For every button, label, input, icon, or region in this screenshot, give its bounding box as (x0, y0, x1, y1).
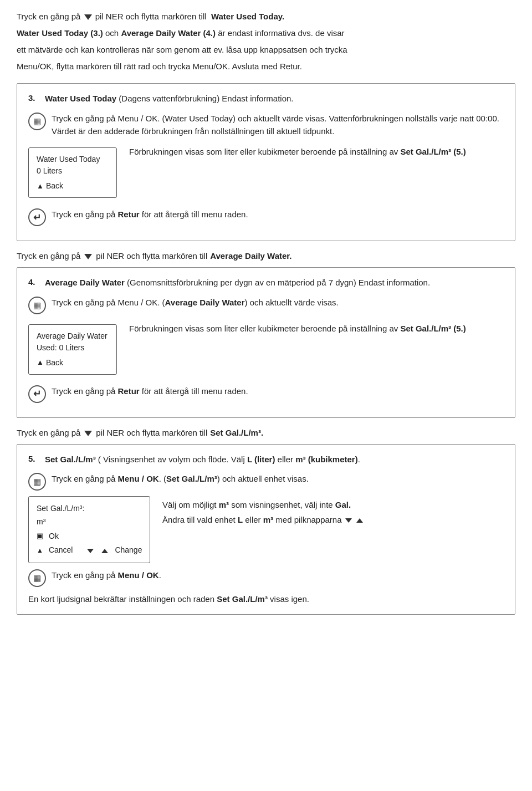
section-3-title: Water Used Today (Dagens vattenförbrukni… (45, 93, 294, 105)
section-3-step1: Tryck en gång på Menu / OK. (Water Used … (28, 112, 504, 138)
section-4-number: 4. (28, 277, 45, 287)
section-3-back: ▲ Back (37, 180, 109, 192)
section-4-display-desc: Förbrukningen visas som liter eller kubi… (129, 320, 466, 335)
section-5-step1: Tryck en gång på Menu / OK. (Set Gal./L/… (28, 472, 504, 491)
intro-line1: Tryck en gång på pil NER och flytta mark… (17, 10, 515, 23)
section-5-cancel-row: ▲ Cancel Change (37, 544, 142, 557)
section-3-display-box: Water Used Today 0 Liters ▲ Back (28, 147, 117, 198)
section-3-display-line1: Water Used Today 0 Liters (37, 154, 109, 177)
section-5-ok-cancel: ▣ Ok (37, 530, 142, 543)
menu-icon (28, 113, 46, 130)
section-3-step1-text: Tryck en gång på Menu / OK. (Water Used … (52, 112, 504, 138)
intro-block: Tryck en gång på pil NER och flytta mark… (17, 10, 515, 73)
section-4-header: 4. Average Daily Water (Genomsnittsförbr… (28, 277, 504, 289)
section-5-last: En kort ljudsignal bekräftar inställning… (28, 593, 504, 605)
arrow-down-icon (83, 12, 93, 21)
section-5-display-row: Set Gal./L/m³: m³ ▣ Ok ▲ Cancel Change V… (28, 496, 504, 563)
back-icon-4: ▲ (37, 357, 44, 368)
arrow-up-icon-small (100, 544, 109, 557)
section-3-display-row: Water Used Today 0 Liters ▲ Back Förbruk… (28, 143, 504, 202)
menu-icon-5b (28, 569, 46, 587)
section-5-header: 5. Set Gal./L/m³ ( Visningsenhet av voly… (28, 453, 504, 466)
section-5-step1-text: Tryck en gång på Menu / OK. (Set Gal./L/… (52, 472, 309, 485)
section-4-display-row: Average Daily Water Used: 0 Liters ▲ Bac… (28, 320, 504, 379)
back-icon: ▲ (37, 181, 44, 192)
arrow-down-icon-2 (83, 251, 93, 261)
between-3-4: Tryck en gång på pil NER och flytta mark… (17, 251, 515, 261)
cancel-icon: ▲ (37, 545, 43, 556)
section-3-step2-text: Tryck en gång på Retur för att återgå ti… (52, 208, 248, 221)
section-3-step2: Tryck en gång på Retur för att återgå ti… (28, 208, 504, 226)
ok-icon: ▣ (37, 530, 43, 542)
return-icon (28, 208, 46, 226)
between-4-5: Tryck en gång på pil NER och flytta mark… (17, 428, 515, 437)
section-4-title: Average Daily Water (Genomsnittsförbrukn… (45, 277, 430, 289)
menu-icon-4 (28, 297, 46, 314)
section-5-box: 5. Set Gal./L/m³ ( Visningsenhet av voly… (17, 444, 515, 615)
section-4-step1-text: Tryck en gång på Menu / OK. (Average Dai… (52, 296, 339, 309)
section-4-display-box: Average Daily Water Used: 0 Liters ▲ Bac… (28, 324, 117, 375)
intro-line2: Water Used Today (3.) och Average Daily … (17, 27, 515, 40)
menu-icon-5 (28, 473, 46, 491)
intro-line4: Menu/OK, flytta markören till rätt rad o… (17, 60, 515, 73)
section-3-box: 3. Water Used Today (Dagens vattenförbru… (17, 83, 515, 241)
section-4-step1: Tryck en gång på Menu / OK. (Average Dai… (28, 296, 504, 314)
section-5-display-desc: Välj om möjligt m³ som visningsenhet, vä… (162, 496, 364, 527)
intro-line3: ett mätvärde och kan kontrolleras när so… (17, 43, 515, 57)
section-3-display-desc: Förbrukningen visas som liter eller kubi… (129, 143, 466, 158)
section-5-title: Set Gal./L/m³ ( Visningsenhet av volym o… (45, 453, 360, 466)
section-4-display-lines: Average Daily Water Used: 0 Liters (37, 330, 109, 354)
section-5-display-box: Set Gal./L/m³: m³ ▣ Ok ▲ Cancel Change (28, 496, 150, 563)
arrow-up-icon-4 (355, 515, 364, 524)
return-icon-4 (28, 385, 46, 403)
section-4-step2: Tryck en gång på Retur för att återgå ti… (28, 385, 504, 403)
section-4-back: ▲ Back (37, 357, 109, 369)
section-5-step2-text: Tryck en gång på Menu / OK. (52, 569, 161, 581)
section-5-display-line1: Set Gal./L/m³: m³ (37, 502, 142, 529)
section-4-step2-text: Tryck en gång på Retur för att återgå ti… (52, 385, 248, 397)
section-3-header: 3. Water Used Today (Dagens vattenförbru… (28, 93, 504, 105)
arrow-down-icon-small (86, 544, 95, 557)
arrow-down-icon-4 (344, 515, 353, 524)
section-5-step2: Tryck en gång på Menu / OK. (28, 569, 504, 587)
section-5-number: 5. (28, 454, 45, 463)
section-4-box: 4. Average Daily Water (Genomsnittsförbr… (17, 267, 515, 418)
section-3-number: 3. (28, 93, 45, 103)
arrow-down-icon-3 (83, 428, 93, 437)
